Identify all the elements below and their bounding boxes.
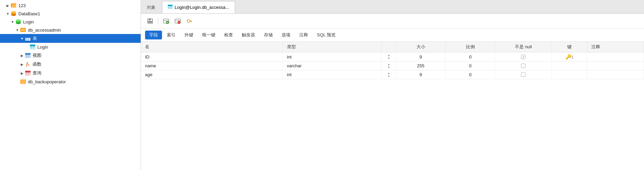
- field-scale-0[interactable]: 0: [446, 52, 495, 62]
- subtab-check[interactable]: 检查: [220, 31, 237, 39]
- field-comment-0[interactable]: [587, 52, 644, 62]
- field-scale-2[interactable]: 0: [446, 70, 495, 79]
- subtab-storage[interactable]: 存储: [260, 31, 277, 39]
- field-name-0[interactable]: ID: [141, 52, 283, 62]
- fields-table: 名 类型 大小 比例 不是 null: [141, 42, 644, 79]
- dbadmin-icon: [20, 27, 26, 33]
- field-type-0[interactable]: int: [283, 52, 382, 62]
- subtab-check-label: 检查: [224, 32, 233, 37]
- field-not-null-1[interactable]: [495, 62, 552, 70]
- subtab-sql-preview-label: SQL 预览: [317, 32, 336, 37]
- sidebar-label-login-table: Login: [37, 45, 48, 50]
- svg-rect-47: [149, 19, 151, 20]
- svg-rect-14: [25, 36, 31, 38]
- sidebar-item-functions[interactable]: ▶ fx 函数: [0, 60, 141, 69]
- toolbar: [141, 14, 644, 29]
- svg-rect-37: [20, 80, 26, 84]
- sidebar-item-login-table[interactable]: ▶ Login: [0, 43, 141, 51]
- col-header-key: 键: [552, 42, 587, 52]
- col-header-size: 大小: [396, 42, 446, 52]
- field-scale-1[interactable]: 0: [446, 62, 495, 70]
- subtab-fields[interactable]: 字段: [145, 31, 162, 39]
- table-row[interactable]: ageint▲▼90: [141, 70, 644, 79]
- subtab-triggers[interactable]: 触发器: [238, 31, 259, 39]
- field-size-0[interactable]: 9: [396, 52, 446, 62]
- main-panel: 对象 Login@Login.db_accessa...: [141, 0, 644, 170]
- subtab-indexes[interactable]: 索引: [163, 31, 180, 39]
- sidebar-item-login-db[interactable]: ▼ Login: [0, 18, 141, 26]
- login-table-icon: [29, 44, 36, 50]
- col-header-name: 名: [141, 42, 283, 52]
- add-field-button[interactable]: [161, 16, 171, 26]
- field-key-2: [552, 70, 587, 79]
- field-name-2[interactable]: age: [141, 70, 283, 79]
- field-comment-2[interactable]: [587, 70, 644, 79]
- field-not-null-0[interactable]: [495, 52, 552, 62]
- subtab-sql-preview[interactable]: SQL 预览: [313, 31, 340, 39]
- remove-field-button[interactable]: [173, 16, 183, 26]
- svg-point-4: [11, 14, 16, 16]
- tree-arrow-123: ▶: [5, 4, 10, 7]
- svg-rect-20: [30, 45, 35, 46]
- sidebar-item-tables[interactable]: ▼ 表: [0, 34, 141, 43]
- sidebar-item-db-backupoperator[interactable]: ▶ db_backupoperator: [0, 78, 141, 86]
- sidebar-label-db-accessadmin: db_accessadmin: [28, 28, 61, 33]
- field-name-1[interactable]: name: [141, 62, 283, 70]
- field-type-1[interactable]: varchar: [283, 62, 382, 70]
- col-header-spinners: [382, 42, 396, 52]
- sidebar-item-database1[interactable]: ▼ DataBase1: [0, 10, 141, 18]
- subtab-fields-label: 字段: [149, 32, 158, 37]
- icon-123: 123: [10, 3, 17, 8]
- sidebar-label-functions: 函数: [33, 61, 41, 67]
- field-not-null-2[interactable]: [495, 70, 552, 79]
- subtab-indexes-label: 索引: [167, 32, 176, 37]
- sidebar-item-db-accessadmin[interactable]: ▼ db_accessadmin: [0, 26, 141, 34]
- tab-bar: 对象 Login@Login.db_accessa...: [141, 0, 644, 14]
- add-field-icon: [163, 18, 169, 24]
- sidebar: ▶ 123 123 ▼ DataBase1 ▼: [0, 0, 141, 170]
- database-icon: [10, 11, 17, 16]
- sidebar-item-123[interactable]: ▶ 123 123: [0, 1, 141, 10]
- field-key-0: 🔑1: [552, 52, 587, 62]
- subtab-storage-label: 存储: [264, 32, 273, 37]
- primary-key-icon: 🔑: [566, 54, 571, 60]
- save-icon: [147, 18, 153, 24]
- svg-rect-32: [25, 71, 31, 72]
- col-header-comment: 注释: [587, 42, 644, 52]
- svg-point-8: [16, 22, 21, 24]
- sidebar-item-views[interactable]: ▶ 视图: [0, 51, 141, 60]
- field-spinners-0[interactable]: ▲▼: [382, 52, 396, 62]
- field-comment-1[interactable]: [587, 62, 644, 70]
- tab-object[interactable]: 对象: [141, 1, 161, 13]
- save-button[interactable]: [145, 16, 155, 26]
- field-spinners-1[interactable]: ▲▼: [382, 62, 396, 70]
- field-spinners-2[interactable]: ▲▼: [382, 70, 396, 79]
- col-header-type: 类型: [283, 42, 382, 52]
- subtab-unique-keys[interactable]: 唯一键: [198, 31, 219, 39]
- subtab-comment[interactable]: 注释: [295, 31, 312, 39]
- subtab-foreign-keys[interactable]: 外键: [180, 31, 197, 39]
- key-icon: [186, 18, 192, 24]
- sidebar-item-queries[interactable]: ▶ 查询: [0, 69, 141, 78]
- toolbar-separator: [158, 17, 158, 25]
- backupoperator-icon: [20, 79, 26, 84]
- svg-rect-41: [168, 5, 173, 6]
- field-key-1: [552, 62, 587, 70]
- svg-point-5: [11, 11, 16, 13]
- sidebar-label-db-backupoperator: db_backupoperator: [28, 79, 66, 84]
- table-row[interactable]: IDint▲▼90🔑1: [141, 52, 644, 62]
- field-type-2[interactable]: int: [283, 70, 382, 79]
- field-size-1[interactable]: 255: [396, 62, 446, 70]
- tab-main-label: Login@Login.db_accessa...: [175, 5, 229, 10]
- svg-point-58: [187, 20, 190, 22]
- sidebar-label-views: 视图: [33, 52, 41, 58]
- remove-field-icon: [175, 18, 181, 24]
- tree-arrow-tables: ▼: [20, 37, 24, 40]
- field-size-2[interactable]: 9: [396, 70, 446, 79]
- tab-main[interactable]: Login@Login.db_accessa...: [162, 1, 235, 13]
- subtab-options[interactable]: 选项: [278, 31, 294, 39]
- fields-table-area: 名 类型 大小 比例 不是 null: [141, 42, 644, 170]
- table-row[interactable]: namevarchar▲▼2550: [141, 62, 644, 70]
- key-button[interactable]: [184, 16, 194, 26]
- table-header-row: 名 类型 大小 比例 不是 null: [141, 42, 644, 52]
